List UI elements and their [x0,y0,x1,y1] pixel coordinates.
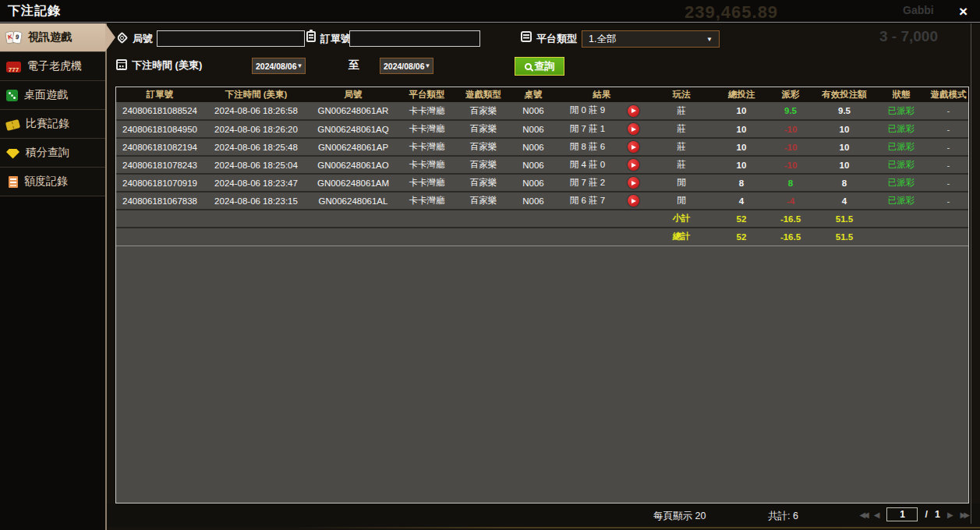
cell-bet: 閒 [648,192,715,210]
caret-down-icon: ▼ [297,62,303,69]
result-text: 閒 7 莊 2 [565,177,610,189]
close-icon: × [959,3,968,19]
cell-round: GN006248061AO [309,156,398,174]
total-row: 總計52-16.551.5 [116,228,969,246]
date-from-select[interactable]: 2024/08/06 ▼ [252,58,306,74]
cell-game: 百家樂 [456,174,511,192]
round-input[interactable] [157,30,305,47]
main-panel: 3 - 7,000 局號 訂單號 平台類型 1.全部 ▼ 下注時間 (美東) 2… [107,23,980,530]
cell-platform: 卡卡灣廳 [398,102,456,120]
column-header: 有效投注額 [813,87,876,102]
first-page-icon[interactable] [859,511,866,519]
pager: / 1 [859,507,968,521]
subtotal-row-label: 小計 [648,210,715,228]
sidebar-item-label: 視訊遊戲 [28,30,72,44]
date-from-value: 2024/08/06 [256,62,297,71]
play-video-icon[interactable] [628,141,639,153]
cell-status: 已派彩 [876,156,927,174]
table-header-row: 訂單號下注時間 (美東)局號平台類型遊戲類型桌號結果玩法總投注派彩有效投注額狀態… [116,87,969,102]
play-video-icon[interactable] [628,177,639,189]
cell-valid: 10 [813,120,876,138]
date-to-select[interactable]: 2024/08/06 ▼ [380,58,433,74]
cell-empty [927,228,969,246]
last-page-icon[interactable] [961,511,968,519]
cell-empty [309,228,398,246]
cell-bet: 閒 [648,174,715,192]
play-video-icon[interactable] [628,159,639,171]
table-row: 2408061810885242024-08-06 18:26:58GN0062… [116,102,969,120]
cell-status: 已派彩 [876,120,927,138]
table-row: 2408061810849502024-08-06 18:26:20GN0062… [116,120,969,138]
close-button[interactable]: × [954,4,972,19]
column-header: 結果 [556,87,648,102]
prev-page-icon[interactable] [874,511,880,519]
cell-game: 百家樂 [456,120,511,138]
cell-empty [927,210,969,228]
cell-time: 2024-08-06 18:23:15 [203,192,309,210]
bet-time-label: 下注時間 (美東) [132,58,202,72]
cell-table_no: N006 [511,138,556,156]
cell-game: 百家樂 [456,138,511,156]
sidebar-item-table-games[interactable]: 桌面遊戲 [0,81,105,110]
subtotal-row-total: 52 [715,210,768,228]
dice-icon [6,90,18,101]
sidebar-item-credit-records[interactable]: 額度記錄 [0,168,105,196]
bg-balance-text: 239,465.89 [685,2,778,23]
page-title: 下注記錄 [8,3,61,19]
play-video-icon[interactable] [628,195,639,207]
cell-mode: - [927,138,969,156]
column-header: 局號 [309,87,398,102]
sidebar-item-label: 積分查詢 [26,146,69,160]
cell-result: 閒 0 莊 9 [556,102,648,120]
cell-order: 240806181067838 [116,192,203,210]
cell-table_no: N006 [511,120,556,138]
page-input[interactable] [886,507,918,521]
play-video-icon[interactable] [628,123,639,135]
sidebar-item-match-records[interactable]: 比賽記錄 [0,110,105,139]
next-page-icon[interactable] [947,511,953,519]
sidebar-item-video-games[interactable]: 視訊遊戲 [0,23,105,52]
total-row-valid: 51.5 [813,228,876,246]
cell-round: GN006248061AM [309,174,398,192]
document-icon [9,176,18,188]
cell-order: 240806181082194 [116,138,203,156]
order-input[interactable] [349,30,480,47]
filters: 局號 訂單號 平台類型 1.全部 ▼ 下注時間 (美東) 2024/08/06 … [107,23,980,86]
cell-result: 閒 4 莊 0 [556,156,648,174]
to-label: 至 [348,58,359,72]
cell-empty [456,228,511,246]
cell-game: 百家樂 [456,102,511,120]
cell-table_no: N006 [511,156,556,174]
cell-status: 已派彩 [876,102,927,120]
sidebar-item-points-inquiry[interactable]: 積分查詢 [0,139,105,168]
cell-result: 閒 7 莊 2 [556,174,648,192]
play-video-icon[interactable] [628,105,639,117]
ticket-icon [5,119,20,131]
cell-payout: -10 [768,156,813,174]
cell-platform: 卡卡灣廳 [398,120,456,138]
slot-777-icon [6,62,21,72]
column-header: 下注時間 (美東) [203,87,309,102]
sidebar-item-slot-machines[interactable]: 電子老虎機 [0,52,105,81]
cell-platform: 卡卡灣廳 [398,174,456,192]
cell-game: 百家樂 [456,156,511,174]
cell-total: 4 [715,192,768,210]
sidebar-filler [0,196,105,530]
cell-result: 閒 7 莊 1 [556,120,648,138]
order-label: 訂單號 [320,32,351,46]
cell-total: 10 [715,156,768,174]
cell-payout: 8 [768,174,813,192]
round-label: 局號 [133,32,153,46]
cell-mode: - [927,174,969,192]
search-button[interactable]: 查詢 [515,57,564,76]
sidebar-item-label: 比賽記錄 [26,117,69,131]
cell-game: 百家樂 [456,192,511,210]
cell-empty [203,210,309,228]
cell-round: GN006248061AL [309,192,398,210]
cell-valid: 9.5 [813,102,876,120]
cell-total: 10 [715,138,768,156]
platform-select[interactable]: 1.全部 ▼ [582,30,720,48]
cell-empty [116,228,203,246]
column-header: 派彩 [768,87,813,102]
cell-valid: 10 [813,138,876,156]
